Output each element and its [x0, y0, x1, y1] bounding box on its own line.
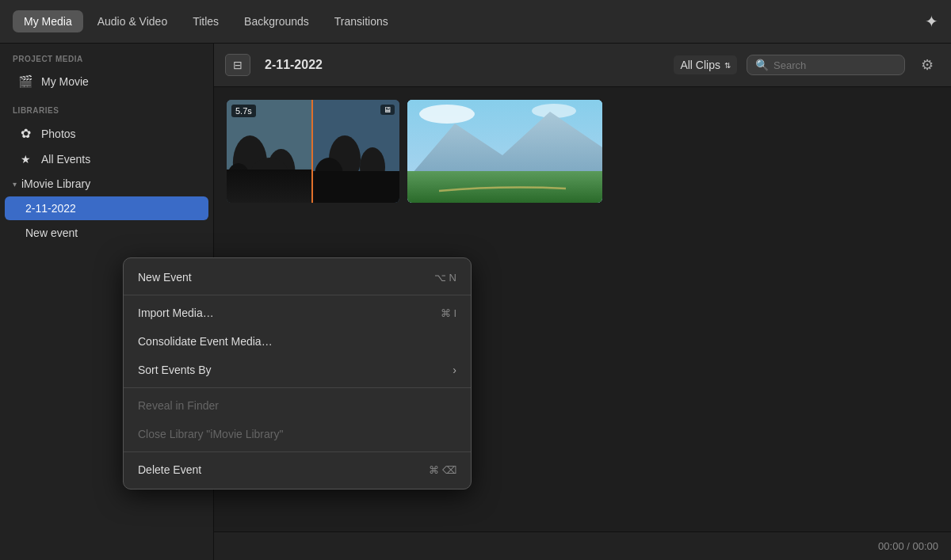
star-icon: ★: [17, 153, 33, 166]
tab-backgrounds[interactable]: Backgrounds: [233, 10, 320, 32]
ctx-delete-shortcut: ⌘ ⌫: [429, 464, 456, 476]
photos-label: Photos: [41, 128, 76, 140]
context-menu-item-import-media[interactable]: Import Media… ⌘ I: [124, 299, 471, 327]
sidebar-item-2-11-2022[interactable]: 2-11-2022: [5, 196, 208, 220]
ctx-divider-2: [124, 387, 471, 388]
context-menu-item-new-event[interactable]: New Event ⌥ N: [124, 263, 471, 291]
sidebar-item-my-movie[interactable]: 🎬 My Movie: [5, 69, 208, 94]
search-box: 🔍: [747, 55, 905, 75]
ctx-new-event-label: New Event: [138, 271, 192, 284]
settings-gear-button[interactable]: ⚙: [915, 52, 940, 78]
svg-point-12: [419, 105, 475, 124]
libraries-section-label: LIBRARIES: [0, 95, 213, 120]
svg-rect-10: [313, 171, 399, 203]
magic-wand-icon[interactable]: ✦: [925, 12, 938, 31]
film-icon: 🎬: [17, 74, 33, 89]
bottom-bar: 00:00 / 00:00: [214, 531, 951, 560]
timecode-display: 00:00 / 00:00: [878, 540, 938, 552]
new-event-label: New event: [25, 227, 78, 239]
ctx-reveal-label: Reveal in Finder: [138, 399, 219, 412]
clip1-right-half: [313, 100, 399, 203]
sidebar-item-all-events[interactable]: ★ All Events: [5, 147, 208, 171]
event-date-label: 2-11-2022: [25, 202, 76, 215]
clip2-thumbnail: [407, 100, 602, 203]
layout-icon: ⊟: [233, 59, 243, 71]
context-menu-item-sort-events[interactable]: Sort Events By ›: [124, 356, 471, 384]
layout-toggle-button[interactable]: ⊟: [225, 54, 250, 76]
photos-icon: ✿: [17, 126, 33, 141]
tab-titles[interactable]: Titles: [181, 10, 230, 32]
tab-my-media[interactable]: My Media: [13, 10, 83, 32]
context-menu-item-close-library: Close Library "iMovie Library": [124, 420, 471, 448]
tab-audio-video[interactable]: Audio & Video: [86, 10, 178, 32]
tab-transitions[interactable]: Transitions: [323, 10, 399, 32]
context-menu-item-delete-event[interactable]: Delete Event ⌘ ⌫: [124, 455, 471, 484]
search-icon: 🔍: [755, 59, 769, 71]
clip1-screen-badge: 🖥: [380, 105, 395, 115]
content-toolbar: ⊟ 2-11-2022 All Clips ⇅ 🔍 ⚙: [214, 44, 951, 87]
date-label: 2-11-2022: [265, 58, 323, 72]
ctx-consolidate-label: Consolidate Event Media…: [138, 335, 273, 348]
ctx-sort-label: Sort Events By: [138, 364, 212, 376]
sidebar-item-photos[interactable]: ✿ Photos: [5, 120, 208, 147]
clip1-duration-badge: 5.7s: [231, 105, 256, 117]
all-clips-label: All Clips: [680, 59, 720, 71]
ctx-submenu-arrow-icon: ›: [453, 364, 456, 376]
context-menu: New Event ⌥ N Import Media… ⌘ I Consolid…: [123, 257, 472, 490]
project-media-section-label: PROJECT MEDIA: [0, 44, 213, 68]
context-menu-item-reveal-finder: Reveal in Finder: [124, 391, 471, 420]
chevron-icon: ▾: [13, 180, 17, 189]
ctx-new-event-shortcut: ⌥ N: [434, 272, 456, 284]
nav-tabs: My Media Audio & Video Titles Background…: [13, 10, 399, 32]
imovie-library-label: iMovie Library: [21, 177, 90, 190]
search-input[interactable]: [773, 59, 896, 71]
top-nav-bar: My Media Audio & Video Titles Background…: [0, 0, 951, 44]
dropdown-arrow-icon: ⇅: [724, 61, 731, 70]
ctx-delete-label: Delete Event: [138, 463, 201, 476]
media-clip-2[interactable]: [407, 100, 602, 203]
my-movie-label: My Movie: [41, 75, 89, 88]
sidebar-item-new-event[interactable]: New event: [5, 221, 208, 245]
ctx-import-label: Import Media…: [138, 307, 214, 319]
sidebar-item-imovie-library[interactable]: ▾ iMovie Library: [5, 172, 208, 196]
ctx-import-shortcut: ⌘ I: [441, 307, 456, 319]
all-clips-dropdown[interactable]: All Clips ⇅: [674, 55, 737, 74]
ctx-divider-3: [124, 451, 471, 452]
ctx-divider-1: [124, 295, 471, 295]
ctx-close-library-label: Close Library "iMovie Library": [138, 428, 283, 440]
context-menu-item-consolidate[interactable]: Consolidate Event Media…: [124, 327, 471, 356]
all-events-label: All Events: [41, 153, 90, 166]
media-clip-1[interactable]: 5.7s 🖥: [227, 100, 399, 203]
